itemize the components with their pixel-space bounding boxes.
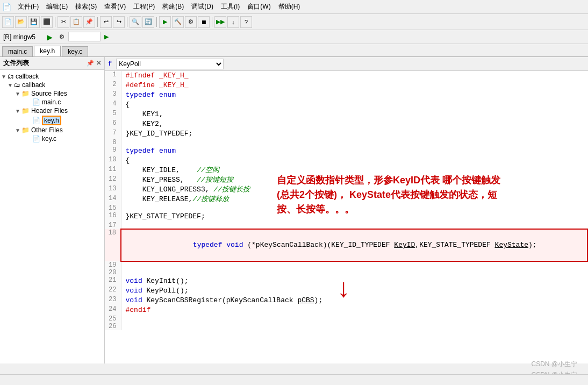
tab-main-c[interactable]: main.c bbox=[2, 46, 33, 56]
stop-btn[interactable]: ⏹ bbox=[198, 16, 210, 28]
tab-key-h[interactable]: key.h bbox=[34, 46, 61, 56]
tree-root-label: callback bbox=[16, 73, 39, 80]
sidebar: 文件列表 📌 ✕ ▼ 🗂 callback ▼ 🗂 callba bbox=[0, 57, 105, 363]
function-icon: f bbox=[108, 60, 112, 68]
code-line-25 bbox=[121, 315, 587, 323]
tree-other-label: Other Files bbox=[31, 126, 63, 134]
project-build-btn[interactable]: ▶ bbox=[44, 32, 55, 42]
code-text-2: #define _KEY_H_ bbox=[126, 81, 189, 89]
folder-callback-icon: 🗂 bbox=[14, 81, 20, 89]
compile-btn[interactable]: ▶ bbox=[159, 16, 171, 28]
menu-edit[interactable]: 编辑(E) bbox=[43, 1, 71, 12]
code-row-3: 3 typedef enum bbox=[105, 90, 587, 100]
sidebar-close-icon[interactable]: ✕ bbox=[96, 60, 101, 67]
tree-other-files-folder[interactable]: ▼ 📁 Other Files bbox=[0, 126, 104, 134]
comment-12: //按键短按 bbox=[197, 176, 233, 184]
tree-arrow-root: ▼ bbox=[1, 74, 8, 80]
line-num-4: 4 bbox=[105, 100, 121, 110]
code-row-9: 9 typedef enum bbox=[105, 146, 587, 156]
code-line-3: typedef enum bbox=[121, 90, 587, 100]
rebuild-btn[interactable]: ⚙ bbox=[185, 16, 197, 28]
copy-btn[interactable]: 📋 bbox=[70, 16, 82, 28]
menu-search[interactable]: 搜索(S) bbox=[72, 1, 100, 12]
build-btn[interactable]: 🔨 bbox=[172, 16, 184, 28]
cut-btn[interactable]: ✂ bbox=[58, 16, 69, 28]
code-line-15 bbox=[121, 204, 587, 212]
line-num-23: 23 bbox=[105, 296, 121, 305]
endif-macro: #endif bbox=[126, 306, 151, 314]
tree-root-callback-top[interactable]: ▼ 🗂 callback bbox=[0, 72, 104, 81]
save-btn[interactable]: 💾 bbox=[28, 16, 40, 28]
code-line-2: #define _KEY_H_ bbox=[121, 81, 587, 90]
code-line-8 bbox=[121, 139, 587, 146]
sidebar-header-icons: 📌 ✕ bbox=[87, 60, 101, 67]
void-kw-21: void bbox=[126, 277, 142, 285]
menu-help[interactable]: 帮助(H) bbox=[275, 1, 304, 12]
menu-project[interactable]: 工程(P) bbox=[130, 1, 158, 12]
project-config-btn[interactable]: ⚙ bbox=[56, 32, 67, 42]
line-num-2: 2 bbox=[105, 81, 121, 90]
code-line-16: }KEY_STATE_TYPEDEF; bbox=[121, 212, 587, 222]
debug-btn[interactable]: ▶▶ bbox=[214, 16, 226, 28]
line-num-15: 15 bbox=[105, 204, 121, 212]
line-num-1: 1 bbox=[105, 71, 121, 81]
menu-tools[interactable]: 工具(I) bbox=[218, 1, 243, 12]
folder-icon: 🗂 bbox=[8, 73, 14, 80]
line-num-22: 22 bbox=[105, 286, 121, 296]
code-line-22: void KeyPoll(); bbox=[121, 286, 587, 296]
search-btn[interactable]: 🔍 bbox=[130, 16, 141, 28]
redo-btn[interactable]: ↪ bbox=[113, 16, 125, 28]
tree-header-files-folder[interactable]: ▼ 📁 Header Files bbox=[0, 106, 104, 115]
tree-key-h[interactable]: 📄 key.h bbox=[0, 115, 104, 126]
line-num-14: 14 bbox=[105, 195, 121, 204]
menu-debug[interactable]: 调试(D) bbox=[188, 1, 217, 12]
paste-btn[interactable]: 📌 bbox=[83, 16, 95, 28]
code-row-11: 11 KEY_IDLE, //空闲 bbox=[105, 166, 587, 175]
code-row-26: 26 bbox=[105, 323, 587, 330]
line-num-26: 26 bbox=[105, 323, 121, 330]
tree-callback-folder[interactable]: ▼ 🗂 callback bbox=[0, 81, 104, 89]
line-num-25: 25 bbox=[105, 315, 121, 323]
code-row-24: 24 #endif bbox=[105, 305, 587, 315]
project-run-btn[interactable]: ▶ bbox=[102, 32, 111, 42]
code-line-9: typedef enum bbox=[121, 146, 587, 156]
keystate-param: KeyState bbox=[495, 241, 528, 249]
new-file-btn[interactable]: 📄 bbox=[2, 16, 14, 28]
code-row-1: 1 #ifndef _KEY_H_ bbox=[105, 71, 587, 81]
function-select[interactable]: KeyPoll bbox=[116, 59, 224, 69]
tree-key-h-label: key.h bbox=[42, 116, 61, 125]
help-btn[interactable]: ? bbox=[240, 16, 252, 28]
keyid-param: KeyID bbox=[394, 241, 415, 249]
menu-view[interactable]: 查看(V) bbox=[101, 1, 129, 12]
code-text-3: typedef enum bbox=[126, 91, 176, 99]
sidebar-pin-icon[interactable]: 📌 bbox=[87, 60, 94, 67]
menu-build[interactable]: 构建(B) bbox=[159, 1, 187, 12]
code-line-24: #endif bbox=[121, 305, 587, 315]
tree-key-c[interactable]: 📄 key.c bbox=[0, 134, 104, 143]
code-row-8: 8 bbox=[105, 139, 587, 146]
main-toolbar: 📄 📂 💾 ⬛ ✂ 📋 📌 ↩ ↪ 🔍 🔄 ▶ 🔨 ⚙ ⏹ ▶▶ ↓ ? bbox=[0, 14, 588, 30]
step-btn[interactable]: ↓ bbox=[227, 16, 239, 28]
replace-btn[interactable]: 🔄 bbox=[142, 16, 154, 28]
line-num-8: 8 bbox=[105, 139, 121, 146]
file-tabs: main.c key.h key.c bbox=[0, 44, 588, 57]
line-num-3: 3 bbox=[105, 90, 121, 100]
tree-source-files-folder[interactable]: ▼ 📁 Source Files bbox=[0, 89, 104, 98]
menu-file[interactable]: 文件(F) bbox=[15, 1, 42, 12]
code-row-15: 15 bbox=[105, 204, 587, 212]
project-search-input[interactable] bbox=[68, 32, 101, 41]
sidebar-title: 文件列表 bbox=[3, 59, 29, 68]
menu-window[interactable]: 窗口(W) bbox=[244, 1, 274, 12]
code-row-14: 14 KEY_RELEASE,//按键释放 bbox=[105, 195, 587, 204]
code-editor[interactable]: 1 #ifndef _KEY_H_ 2 #define _KEY_H_ 3 ty… bbox=[105, 71, 588, 363]
line-num-5: 5 bbox=[105, 110, 121, 119]
open-btn[interactable]: 📂 bbox=[15, 16, 27, 28]
undo-btn[interactable]: ↩ bbox=[100, 16, 112, 28]
save-all-btn[interactable]: ⬛ bbox=[41, 16, 53, 28]
line-num-21: 21 bbox=[105, 276, 121, 286]
tab-key-c[interactable]: key.c bbox=[62, 46, 88, 56]
line-num-11: 11 bbox=[105, 166, 121, 175]
tree-arrow-other: ▼ bbox=[15, 127, 21, 133]
tree-main-c[interactable]: 📄 main.c bbox=[0, 98, 104, 106]
project-label: [R] mingw5 bbox=[3, 33, 35, 41]
